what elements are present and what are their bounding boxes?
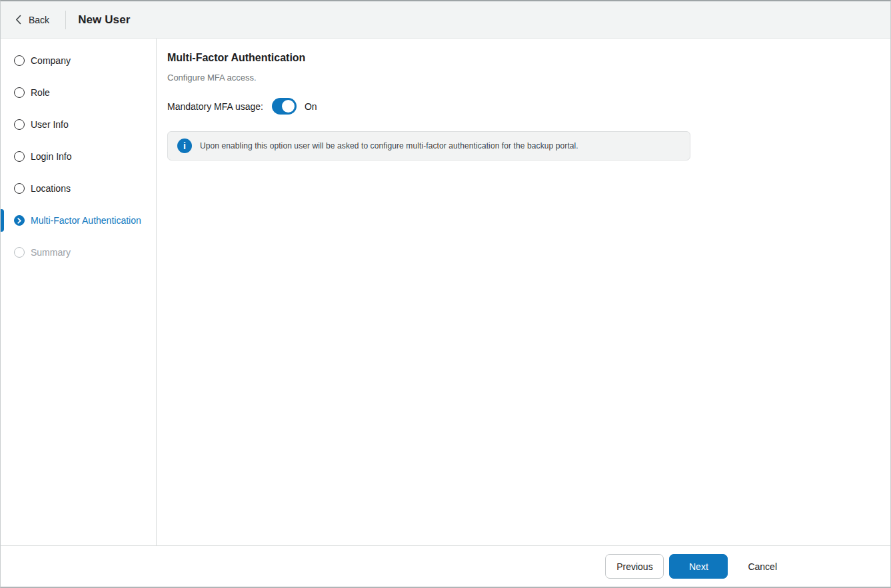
wizard-header: Back New User bbox=[1, 1, 890, 39]
new-user-wizard-window: Back New User Company Role bbox=[0, 0, 891, 588]
content-subtitle: Configure MFA access. bbox=[167, 73, 890, 83]
cancel-button[interactable]: Cancel bbox=[742, 554, 782, 579]
wizard-body: Company Role User Info bbox=[1, 39, 890, 545]
step-label: Locations bbox=[31, 183, 71, 194]
wizard-step-user-info[interactable]: User Info bbox=[1, 109, 156, 141]
step-circle-icon bbox=[14, 151, 25, 162]
wizard-step-multi-factor-authentication[interactable]: Multi-Factor Authentication bbox=[1, 204, 156, 236]
step-circle-icon bbox=[14, 87, 25, 98]
wizard-step-role[interactable]: Role bbox=[1, 77, 156, 109]
back-button[interactable]: Back bbox=[14, 12, 51, 28]
step-label: Multi-Factor Authentication bbox=[31, 215, 141, 226]
wizard-step-login-info[interactable]: Login Info bbox=[1, 141, 156, 172]
page-title: New User bbox=[78, 13, 130, 27]
step-label: User Info bbox=[31, 119, 69, 130]
step-circle-icon bbox=[14, 215, 25, 226]
wizard-footer: Previous Next Cancel bbox=[1, 545, 890, 587]
step-label: Login Info bbox=[31, 151, 72, 162]
chevron-left-icon bbox=[15, 15, 21, 25]
wizard-step-locations[interactable]: Locations bbox=[1, 172, 156, 204]
step-circle-icon bbox=[14, 119, 25, 130]
step-circle-icon bbox=[14, 247, 25, 258]
chevron-right-icon bbox=[17, 218, 22, 224]
content-title: Multi-Factor Authentication bbox=[167, 51, 890, 65]
step-label: Role bbox=[31, 87, 50, 98]
step-circle-icon bbox=[14, 55, 25, 66]
info-icon: i bbox=[177, 139, 192, 153]
info-banner-text: Upon enabling this option user will be a… bbox=[200, 141, 578, 150]
step-content: Multi-Factor Authentication Configure MF… bbox=[157, 39, 890, 545]
mfa-toggle-label: Mandatory MFA usage: bbox=[167, 101, 263, 112]
wizard-step-summary: Summary bbox=[1, 236, 156, 268]
wizard-steps-nav: Company Role User Info bbox=[1, 39, 157, 545]
next-button[interactable]: Next bbox=[669, 554, 728, 579]
header-divider bbox=[65, 11, 66, 29]
step-circle-icon bbox=[14, 183, 25, 194]
toggle-knob-icon bbox=[282, 100, 295, 113]
mfa-toggle-state-label: On bbox=[305, 101, 317, 112]
previous-button[interactable]: Previous bbox=[605, 554, 664, 579]
mfa-toggle[interactable] bbox=[272, 98, 297, 115]
wizard-step-company[interactable]: Company bbox=[1, 45, 156, 77]
step-label: Company bbox=[31, 55, 71, 66]
back-button-label: Back bbox=[29, 15, 49, 25]
step-label: Summary bbox=[31, 247, 71, 258]
info-banner: i Upon enabling this option user will be… bbox=[167, 131, 690, 160]
mfa-toggle-row: Mandatory MFA usage: On bbox=[167, 98, 890, 115]
